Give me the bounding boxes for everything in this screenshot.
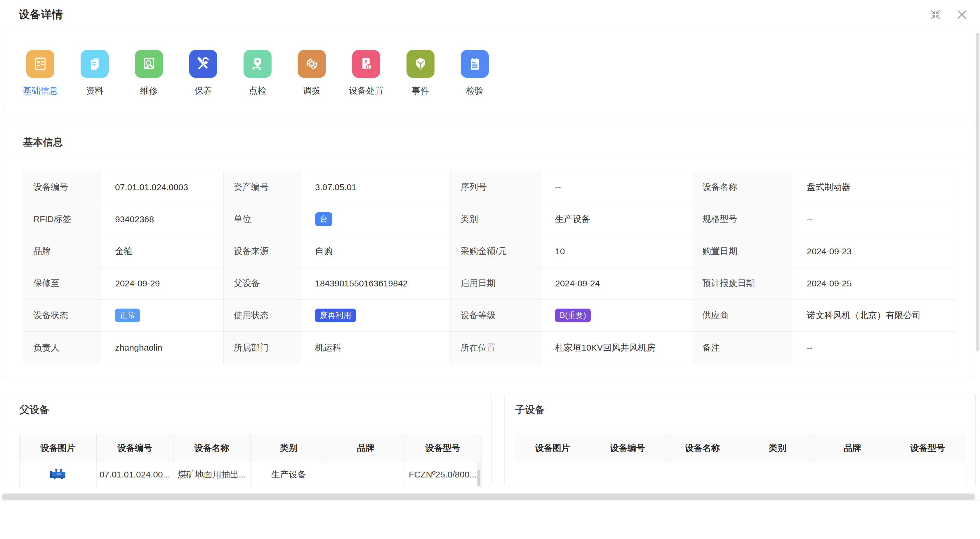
compress-icon[interactable] — [929, 8, 942, 21]
parent-brand — [327, 462, 404, 487]
info-field-label: 设备名称 — [692, 171, 792, 203]
status-badge: B(重要) — [555, 309, 591, 323]
info-field-label: 父设备 — [224, 268, 301, 300]
tab-documents[interactable]: 资料 — [76, 50, 114, 113]
info-field-label: RFID标签 — [23, 203, 100, 235]
info-field-value: 诺文科风机（北京）有限公司 — [792, 300, 957, 331]
tab-label: 资料 — [86, 85, 103, 97]
info-field-label: 预计报废日期 — [692, 268, 792, 300]
repair-icon — [135, 50, 163, 78]
info-field-label: 序列号 — [450, 171, 541, 203]
empty-table-body — [515, 462, 965, 487]
svg-text:¥: ¥ — [364, 59, 368, 65]
info-field-label: 设备来源 — [224, 235, 301, 268]
basic-info-grid: 设备编号07.01.01.024.0003资产编号3.07.05.01序列号--… — [23, 171, 957, 364]
column-header: 类别 — [740, 434, 815, 462]
modal-header: 设备详情 — [0, 0, 980, 29]
child-table-body — [515, 462, 965, 487]
tab-label: 基础信息 — [23, 85, 58, 97]
info-field-value: 1843901550163619842 — [301, 268, 450, 300]
tab-inspection[interactable]: 检验 — [456, 50, 494, 113]
info-field-label: 类别 — [450, 203, 541, 235]
info-field-label: 品牌 — [23, 235, 100, 268]
info-field-value: 10 — [541, 235, 692, 268]
column-header: 品牌 — [815, 434, 890, 462]
tab-disposal[interactable]: ¥ 设备处置 — [347, 50, 385, 113]
vertical-scrollbar[interactable] — [976, 33, 979, 351]
status-badge: 废再利用 — [315, 309, 356, 323]
cube-icon — [406, 50, 434, 78]
column-header: 设备编号 — [590, 434, 665, 462]
tab-spot-check[interactable]: 点检 — [239, 50, 277, 113]
parent-category: 生产设备 — [251, 462, 328, 487]
header-actions — [929, 8, 968, 21]
info-field-value: 金箍 — [100, 235, 224, 268]
modal-title: 设备详情 — [19, 7, 63, 22]
parent-table-body: 07.01.01.024.00... 煤矿地面用抽出... 生产设备 FCZNº… — [19, 462, 481, 487]
info-field-value: 07.01.01.024.0003 — [100, 171, 224, 203]
column-header: 设备图片 — [19, 434, 97, 462]
info-field-value: -- — [541, 171, 692, 203]
info-field-label: 单位 — [224, 203, 301, 235]
column-header: 品牌 — [327, 434, 404, 462]
transfer-gear-icon — [298, 50, 326, 78]
status-badge: 正常 — [115, 309, 140, 323]
basic-info-title: 基本信息 — [5, 125, 975, 158]
tab-transfer[interactable]: 调拨 — [293, 50, 331, 113]
parent-table-row[interactable]: 07.01.01.024.00... 煤矿地面用抽出... 生产设备 FCZNº… — [19, 462, 481, 487]
info-field-value: 正常 — [100, 300, 224, 331]
tab-maintenance[interactable]: 保养 — [184, 50, 222, 113]
clipboard-icon — [461, 50, 489, 78]
info-field-label: 采购金额/元 — [450, 235, 541, 268]
parent-table: 设备图片 设备编号 设备名称 类别 品牌 设备型号 — [19, 434, 482, 487]
documents-icon — [81, 50, 109, 78]
info-field-label: 设备编号 — [23, 171, 100, 203]
info-field-label: 启用日期 — [450, 268, 541, 300]
parent-model: FCZNº25.0/800... — [404, 462, 482, 487]
info-field-label: 规格型号 — [692, 203, 792, 235]
tab-repair[interactable]: 维修 — [130, 50, 168, 113]
tab-events[interactable]: 事件 — [401, 50, 439, 113]
tools-icon — [189, 50, 217, 78]
info-field-value: 3.07.05.01 — [301, 171, 450, 203]
location-pin-icon — [243, 50, 272, 78]
info-field-value: 2024-09-24 — [541, 268, 692, 300]
tab-label: 点检 — [249, 85, 266, 97]
info-field-value: 机运科 — [301, 331, 450, 364]
info-field-label: 设备等级 — [450, 300, 541, 331]
info-field-value: -- — [792, 331, 957, 364]
info-field-label: 资产编号 — [224, 171, 301, 203]
info-field-label: 备注 — [692, 331, 792, 364]
child-table-header: 设备图片 设备编号 设备名称 类别 品牌 设备型号 — [515, 434, 965, 462]
info-field-value: 2024-09-29 — [100, 268, 224, 300]
column-header: 设备型号 — [890, 434, 965, 462]
basic-info-card: 基本信息 设备编号07.01.01.024.0003资产编号3.07.05.01… — [4, 125, 976, 379]
parent-code: 07.01.01.024.00... — [97, 462, 174, 487]
horizontal-scrollbar[interactable] — [2, 493, 975, 500]
child-equipment-card: 子设备 设备图片 设备编号 设备名称 类别 品牌 设备型号 — [504, 393, 975, 487]
info-field-value: 杜家垣10KV回风井风机房 — [541, 331, 692, 364]
parent-table-vertical-scrollbar[interactable] — [477, 462, 481, 487]
info-field-label: 所属部门 — [224, 331, 301, 364]
close-icon[interactable] — [956, 8, 968, 21]
info-field-value: zhanghaolin — [100, 331, 224, 364]
info-field-value: 废再利用 — [301, 300, 450, 331]
tab-strip: 基础信息 资料 维修 — [4, 38, 976, 113]
bottom-row: 父设备 设备图片 设备编号 设备名称 类别 品牌 设备型号 — [9, 393, 975, 487]
info-field-value: B(重要) — [541, 300, 692, 331]
info-field-value: 自购 — [301, 235, 450, 268]
tab-label: 维修 — [140, 85, 158, 97]
tab-label: 保养 — [194, 85, 212, 97]
parent-equipment-card: 父设备 设备图片 设备编号 设备名称 类别 品牌 设备型号 — [9, 393, 492, 487]
parent-table-header: 设备图片 设备编号 设备名称 类别 品牌 设备型号 — [19, 434, 481, 462]
tab-basic-info[interactable]: 基础信息 — [21, 50, 59, 113]
info-field-value: 盘式制动器 — [792, 171, 957, 203]
scrollbar-thumb[interactable] — [477, 470, 480, 486]
info-field-value: 台 — [301, 203, 450, 235]
column-header: 类别 — [251, 434, 328, 462]
blue-fan-equipment-image — [47, 467, 68, 482]
info-field-value: 93402368 — [100, 203, 224, 235]
info-field-label: 购置日期 — [692, 235, 792, 268]
info-field-label: 供应商 — [692, 300, 792, 331]
child-section-title: 子设备 — [504, 393, 975, 425]
